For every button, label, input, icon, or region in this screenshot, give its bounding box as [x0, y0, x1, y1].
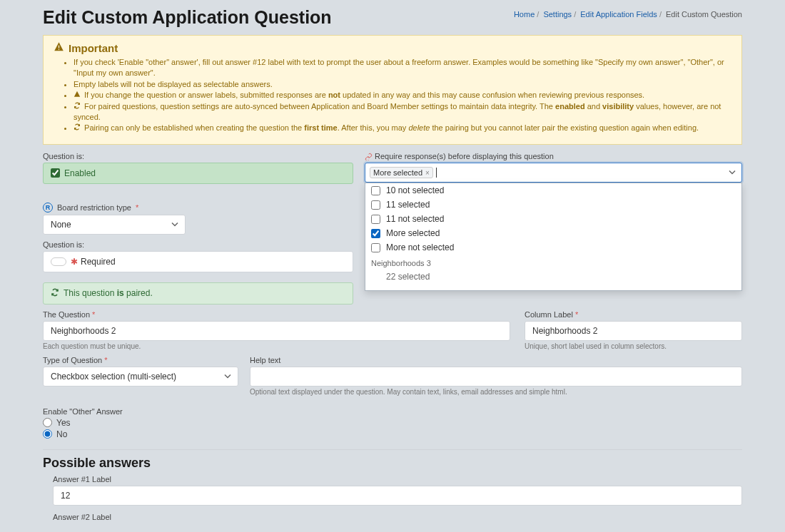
type-of-question-label: Type of Question *: [43, 356, 238, 364]
dropdown-option[interactable]: More not selected: [365, 240, 741, 255]
column-label-label: Column Label *: [525, 310, 742, 319]
possible-answers-heading: Possible answers: [43, 456, 742, 471]
link-icon: [365, 153, 373, 160]
required-toggle[interactable]: ✱ Required: [43, 251, 353, 272]
alert-item: For paired questions, question settings …: [74, 101, 731, 123]
breadcrumb-home[interactable]: Home: [514, 10, 535, 19]
answer-2-label: Answer #2 Label: [53, 513, 742, 521]
require-response-input[interactable]: [440, 167, 441, 178]
require-response-select[interactable]: More selected ×: [365, 163, 742, 183]
enabled-toggle[interactable]: Enabled: [43, 163, 353, 184]
alert-item: Pairing can only be established when cre…: [74, 123, 731, 133]
remove-token-button[interactable]: ×: [425, 169, 430, 177]
breadcrumb: Home/ Settings/ Edit Application Fields/…: [514, 7, 742, 19]
column-label-input[interactable]: [525, 321, 742, 341]
registered-icon: R: [43, 203, 53, 213]
enable-other-yes[interactable]: [43, 418, 52, 427]
require-response-dropdown[interactable]: 10 not selected 11 selected 11 not selec…: [365, 183, 742, 291]
breadcrumb-settings[interactable]: Settings: [543, 10, 572, 19]
help-text-label: Help text: [250, 356, 742, 364]
svg-rect-0: [59, 46, 59, 48]
page-title: Edit Custom Application Question: [43, 7, 332, 28]
dropdown-option[interactable]: 11 selected: [365, 198, 741, 212]
dropdown-option[interactable]: 22 selected: [365, 270, 741, 280]
warning-icon: [54, 41, 69, 54]
alert-item: If you check 'Enable "other" answer', fi…: [74, 57, 731, 79]
enable-other-label: Enable "Other" Answer: [43, 407, 742, 416]
answer-1-input[interactable]: [53, 486, 742, 506]
the-question-label: The Question *: [43, 310, 510, 319]
sync-icon: [74, 123, 81, 133]
paired-status: This question is paired.: [43, 282, 353, 305]
asterisk-icon: ✱: [71, 257, 78, 267]
require-response-label: Require response(s) before displaying th…: [365, 152, 554, 161]
answer-1-label: Answer #1 Label: [53, 475, 742, 484]
question-is-label: Question is:: [43, 152, 84, 160]
the-question-input[interactable]: [43, 321, 510, 341]
warning-icon: [74, 91, 81, 101]
column-label-hint: Unique, short label used in column selec…: [525, 342, 742, 350]
sync-icon: [51, 288, 59, 299]
dropdown-option[interactable]: 11 not selected: [365, 212, 741, 226]
alert-item: If you change the question or answer lab…: [74, 90, 731, 101]
svg-rect-1: [59, 49, 59, 50]
divider: [43, 449, 742, 450]
the-question-hint: Each question must be unique.: [43, 342, 510, 350]
dropdown-option[interactable]: 10 not selected: [365, 183, 741, 198]
sync-icon: [74, 102, 81, 112]
board-restrict-select[interactable]: None: [43, 215, 186, 235]
type-of-question-select[interactable]: Checkbox selection (multi-select): [43, 367, 238, 387]
enabled-checkbox[interactable]: [51, 168, 60, 178]
help-text-hint: Optional text displayed under the questi…: [250, 388, 742, 396]
question-is-label: Question is:: [43, 240, 84, 249]
alert-item: Empty labels will not be displayed as se…: [74, 79, 731, 90]
breadcrumb-edit-fields[interactable]: Edit Application Fields: [580, 10, 657, 19]
selected-token: More selected ×: [370, 167, 433, 178]
text-cursor: [436, 168, 437, 178]
dropdown-section-header: Neighborhoods 3: [365, 255, 741, 270]
switch-off-icon: [51, 257, 66, 266]
enable-other-no[interactable]: [43, 429, 52, 439]
dropdown-option[interactable]: More selected: [365, 226, 741, 240]
important-alert: Important If you check 'Enable "other" a…: [43, 35, 742, 145]
help-text-input[interactable]: [250, 367, 742, 387]
board-restrict-label: Board restriction type: [57, 203, 131, 212]
chevron-down-icon: [729, 168, 736, 178]
breadcrumb-current: Edit Custom Question: [666, 10, 742, 19]
